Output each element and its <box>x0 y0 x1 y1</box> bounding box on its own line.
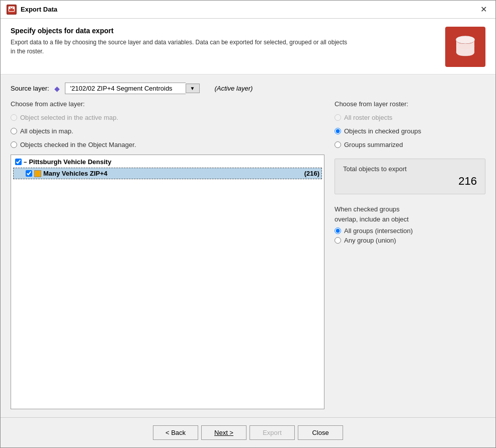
header-database-icon <box>445 27 485 67</box>
left-column: Choose from active layer: Object selecte… <box>11 100 324 409</box>
tree-item-checkbox[interactable] <box>26 170 32 177</box>
source-layer-row: Source layer: ◆ '2102/02 ZIP+4 Segment C… <box>11 83 485 94</box>
radio-object-selected-input[interactable] <box>11 114 17 121</box>
page-heading: Specify objects for data export <box>11 27 353 35</box>
radio-all-roster-label: All roster objects <box>344 114 392 121</box>
item-color-swatch <box>34 170 41 177</box>
export-button[interactable]: Export <box>250 425 295 440</box>
radio-all-groups-label: All groups (intersection) <box>344 227 413 235</box>
radio-objects-in-checked-label: Objects in checked groups <box>344 127 421 135</box>
next-label: Next > <box>214 429 233 436</box>
radio-groups-summarized: Groups summarized <box>335 141 485 148</box>
radio-objects-checked-input[interactable] <box>11 141 17 148</box>
title-bar-left: Export Data <box>7 5 57 15</box>
tree-item-row: Many Vehicles ZIP+4 (216) <box>13 168 322 179</box>
diamond-icon: ◆ <box>54 85 60 93</box>
radio-groups-summarized-input[interactable] <box>335 141 341 148</box>
close-button[interactable]: ✕ <box>477 4 489 16</box>
source-layer-label: Source layer: <box>11 85 49 92</box>
tree-group-checkbox[interactable] <box>15 159 22 165</box>
main-body: Source layer: ◆ '2102/02 ZIP+4 Segment C… <box>1 74 495 417</box>
radio-objects-checked: Objects checked in the Object Manager. <box>11 141 324 148</box>
dialog-title: Export Data <box>21 6 57 13</box>
radio-objects-checked-label: Objects checked in the Object Manager. <box>20 141 136 148</box>
next-button[interactable]: Next > <box>201 425 246 440</box>
radio-object-selected-label: Object selected in the active map. <box>20 114 118 121</box>
radio-all-groups-input[interactable] <box>335 228 341 234</box>
radio-groups-summarized-label: Groups summarized <box>344 141 403 148</box>
header-text: Specify objects for data export Export d… <box>11 27 353 56</box>
tree-group-label: Pittsburgh Vehicle Density <box>29 158 111 166</box>
radio-objects-in-checked-input[interactable] <box>335 128 341 134</box>
radio-all-groups: All groups (intersection) <box>335 227 485 235</box>
radio-all-roster: All roster objects <box>335 114 485 121</box>
back-button[interactable]: < Back <box>153 425 198 440</box>
when-checked-label: When checked groupsoverlap, include an o… <box>335 204 485 224</box>
tree-item-count: (216) <box>304 170 319 177</box>
object-tree: − Pittsburgh Vehicle Density Many Vehicl… <box>11 155 324 409</box>
radio-all-roster-input[interactable] <box>335 114 341 121</box>
header-section: Specify objects for data export Export d… <box>1 19 495 74</box>
radio-any-group-input[interactable] <box>335 237 341 244</box>
total-objects-label: Total objects to export <box>343 165 477 173</box>
radio-object-selected: Object selected in the active map. <box>11 114 324 121</box>
right-column-title: Choose from layer roster: <box>335 100 485 108</box>
when-checked-section: When checked groupsoverlap, include an o… <box>335 204 485 246</box>
radio-objects-in-checked: Objects in checked groups <box>335 127 485 135</box>
footer-close-button[interactable]: Close <box>298 425 343 440</box>
app-icon <box>7 5 17 15</box>
radio-all-objects: All objects in map. <box>11 127 324 135</box>
total-objects-value: 216 <box>343 175 477 188</box>
tree-item-label: Many Vehicles ZIP+4 <box>43 170 108 177</box>
radio-all-objects-input[interactable] <box>11 128 17 134</box>
export-data-dialog: Export Data ✕ Specify objects for data e… <box>0 0 496 448</box>
right-column: Choose from layer roster: All roster obj… <box>335 100 485 409</box>
content-area: Specify objects for data export Export d… <box>1 19 495 417</box>
source-layer-value: '2102/02 ZIP+4 Segment Centroids <box>65 83 186 94</box>
radio-any-group-label: Any group (union) <box>344 237 396 244</box>
left-column-title: Choose from active layer: <box>11 100 324 108</box>
collapse-icon[interactable]: − <box>24 159 27 165</box>
radio-any-group: Any group (union) <box>335 237 485 244</box>
title-bar: Export Data ✕ <box>1 1 495 19</box>
tree-group-row: − Pittsburgh Vehicle Density <box>13 157 322 167</box>
page-description: Export data to a file by choosing the so… <box>11 38 353 56</box>
source-layer-dropdown[interactable]: '2102/02 ZIP+4 Segment Centroids ▼ <box>65 83 200 94</box>
footer: < Back Next > Export Close <box>1 417 495 447</box>
active-layer-text: (Active layer) <box>215 85 253 92</box>
total-objects-box: Total objects to export 216 <box>335 159 485 194</box>
radio-all-objects-label: All objects in map. <box>20 127 73 135</box>
two-column-layout: Choose from active layer: Object selecte… <box>11 100 485 409</box>
dropdown-arrow-icon[interactable]: ▼ <box>186 84 200 93</box>
